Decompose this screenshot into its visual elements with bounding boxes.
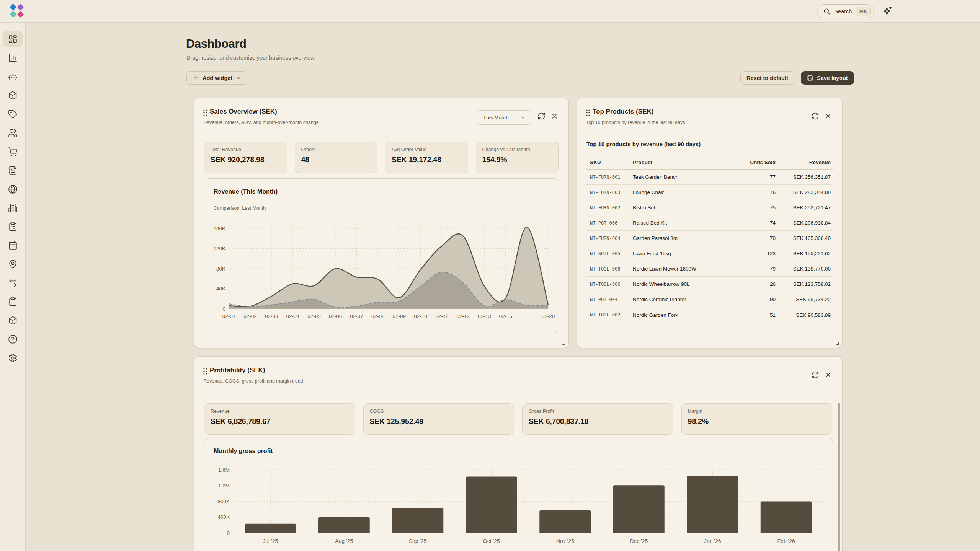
kpi-card: Avg Order ValueSEK 19,172.48 <box>385 142 468 173</box>
sidebar-item-settings-gear[interactable] <box>3 349 23 366</box>
building-icon <box>8 203 18 213</box>
svg-text:02-20: 02-20 <box>542 313 555 319</box>
sidebar-item-clipboard-list[interactable] <box>3 218 23 235</box>
close-icon <box>824 112 832 120</box>
refresh-widget-button[interactable] <box>810 112 820 122</box>
sidebar-item-globe[interactable] <box>3 181 23 197</box>
sku-cell: NT-POT-006 <box>586 220 633 226</box>
table-row: NT-SOIL-005Lawn Feed 15kg123SEK 155,221.… <box>586 246 833 261</box>
app-logo-icon[interactable] <box>10 4 25 19</box>
help-circle-icon <box>8 334 18 344</box>
sidebar-item-tag[interactable] <box>3 106 23 122</box>
tag-icon <box>8 109 18 119</box>
sidebar-item-users[interactable] <box>3 124 23 141</box>
product-cell: Nordic Garden Fork <box>633 312 733 318</box>
sidebar-item-calendar[interactable] <box>3 237 23 254</box>
save-layout-button[interactable]: Save layout <box>801 71 854 85</box>
svg-text:400K: 400K <box>217 514 230 520</box>
add-widget-label: Add widget <box>203 75 232 81</box>
drag-handle-icon[interactable] <box>585 109 591 117</box>
search-button[interactable]: Search ⌘K <box>817 4 874 18</box>
period-select[interactable]: This Month <box>477 110 531 125</box>
kpi-value: SEK 920,278.98 <box>211 155 281 164</box>
calendar-icon <box>8 241 18 250</box>
sidebar-item-map-pin[interactable] <box>3 256 23 272</box>
svg-text:02-06: 02-06 <box>329 313 342 319</box>
map-pin-icon <box>8 259 18 269</box>
resize-handle-icon[interactable] <box>561 341 566 346</box>
logo-diamond-teal <box>10 11 16 18</box>
resize-handle-icon[interactable] <box>835 341 840 346</box>
svg-text:40K: 40K <box>216 286 225 292</box>
add-widget-button[interactable]: Add widget <box>186 71 247 85</box>
widget-title: Top Products (SEK) <box>593 108 653 116</box>
svg-text:120K: 120K <box>213 246 225 251</box>
sidebar-item-box[interactable] <box>3 312 23 329</box>
reset-to-default-button[interactable]: Reset to default <box>740 71 794 85</box>
box-icon <box>8 316 18 325</box>
sidebar-item-robot[interactable] <box>3 68 23 85</box>
refresh-widget-button[interactable] <box>810 370 820 380</box>
svg-text:80K: 80K <box>216 266 225 272</box>
drag-handle-icon[interactable] <box>203 109 208 117</box>
kpi-row: RevenueSEK 6,826,789.67COGSSEK 125,952.4… <box>204 403 832 435</box>
clipboard-icon <box>8 297 18 306</box>
kpi-label: Avg Order Value <box>392 147 462 152</box>
svg-text:02-12: 02-12 <box>456 313 470 319</box>
kpi-value: SEK 6,700,837.18 <box>529 417 667 426</box>
widget-subtitle: Revenue, orders, AOV, and month-over-mon… <box>203 120 319 125</box>
table-row: NT-TOOL-008Nordic Lawn Mower 1600W79SEK … <box>586 261 833 277</box>
sku-cell: NT-POT-004 <box>586 297 633 302</box>
sidebar-item-bar-chart[interactable] <box>3 49 23 66</box>
svg-text:02-11: 02-11 <box>435 313 448 319</box>
sidebar-item-building[interactable] <box>3 199 23 216</box>
table-row: NT-FURN-003Lounge Chair76SEK 282,344.80 <box>586 185 833 200</box>
kpi-value: 98.2% <box>688 417 826 426</box>
refresh-icon <box>811 371 819 379</box>
sku-cell: NT-FURN-002 <box>586 205 633 210</box>
products-table: SKUProductUnits SoldRevenueNT-FURN-001Te… <box>586 155 833 323</box>
sidebar-item-clipboard[interactable] <box>3 293 23 310</box>
close-icon <box>824 371 832 379</box>
chevron-down-icon <box>520 115 526 121</box>
svg-text:Feb '26: Feb '26 <box>777 538 795 544</box>
widget-subtitle: Revenue, COGS, gross profit and margin t… <box>203 378 303 384</box>
ai-assistant-button[interactable] <box>882 6 893 16</box>
kpi-card: Gross ProfitSEK 6,700,837.18 <box>522 403 673 435</box>
widget-title: Profitability (SEK) <box>210 367 265 374</box>
refresh-widget-button[interactable] <box>536 112 546 122</box>
chart-title: Monthly gross profit <box>214 448 273 455</box>
widget-scrollbar-thumb[interactable] <box>838 403 840 551</box>
close-widget-button[interactable] <box>549 112 559 122</box>
sidebar-item-help-circle[interactable] <box>3 331 23 347</box>
logo-diamond-purple <box>17 3 24 10</box>
svg-text:02-03: 02-03 <box>265 313 278 319</box>
close-widget-button[interactable] <box>823 370 833 380</box>
svg-text:Oct '25: Oct '25 <box>483 538 500 544</box>
sku-cell: NT-FURN-001 <box>586 174 633 180</box>
units-cell: 26 <box>733 281 776 287</box>
sparkles-icon <box>882 6 893 16</box>
svg-text:0: 0 <box>227 530 230 536</box>
product-cell: Lounge Chair <box>633 189 733 195</box>
close-widget-button[interactable] <box>823 112 833 122</box>
sidebar-item-dashboard-grid[interactable] <box>3 31 23 47</box>
units-cell: 75 <box>733 205 776 210</box>
search-label: Search <box>834 8 852 15</box>
sku-cell: NT-SOIL-005 <box>586 251 633 256</box>
product-cell: Garden Parasol 3m <box>633 235 733 241</box>
sidebar-item-package[interactable] <box>3 87 23 104</box>
column-header: Product <box>633 160 733 165</box>
svg-text:Jan '26: Jan '26 <box>704 538 721 544</box>
monthly-gross-profit-bar-chart: 0400K800K1.2M1.6MJul '25Aug '25Sep '25Oc… <box>211 465 827 551</box>
units-cell: 51 <box>733 312 776 318</box>
revenue-cell: SEK 282,344.80 <box>776 189 833 195</box>
topbar: Search ⌘K <box>0 0 980 23</box>
sidebar-item-shopping-cart[interactable] <box>3 143 23 160</box>
sidebar-item-transfer-arrows[interactable] <box>3 274 23 291</box>
svg-text:02-15: 02-15 <box>499 313 513 319</box>
page-title: Dashboard <box>186 37 246 51</box>
drag-handle-icon[interactable] <box>203 367 208 375</box>
table-row: NT-FURN-002Bistro Set75SEK 252,721.47 <box>586 200 833 215</box>
sidebar-item-file-text[interactable] <box>3 162 23 179</box>
